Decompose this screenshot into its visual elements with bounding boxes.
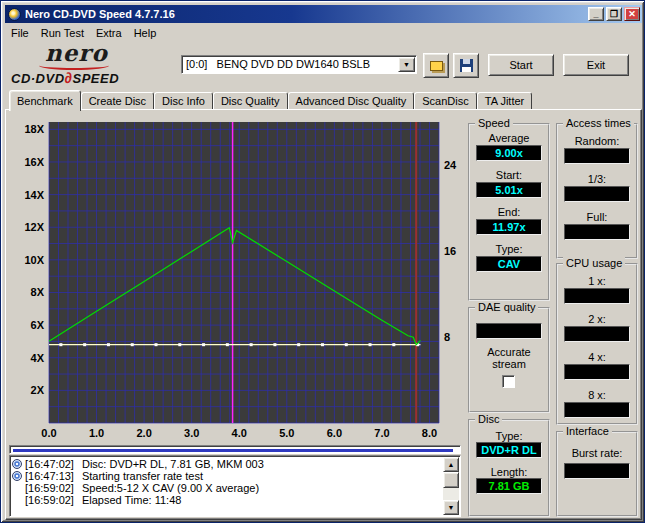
nero-logo-product: CD·DVD∂SPEED <box>11 69 119 86</box>
svg-text:2X: 2X <box>31 384 45 396</box>
disc-panel: Disc Type: DVD+R DL Length: 7.81 GB <box>468 419 550 517</box>
disc-type-label: Type: <box>470 430 548 442</box>
svg-text:4.0: 4.0 <box>232 427 247 439</box>
cpu-8x-label: 8 x: <box>558 389 636 401</box>
svg-text:8X: 8X <box>31 286 45 298</box>
tab-ta-jitter[interactable]: TA Jitter <box>477 92 533 109</box>
log-entry: [16:47:02] Disc: DVD+R DL, 7.81 GB, MKM … <box>12 458 460 470</box>
drive-select[interactable]: [0:0] BENQ DVD DD DW1640 BSLB ▼ <box>181 55 417 74</box>
svg-text:1.0: 1.0 <box>89 427 104 439</box>
cpu-1x-display <box>564 288 630 304</box>
svg-text:0.0: 0.0 <box>41 427 56 439</box>
scrollbar-thumb[interactable] <box>443 472 459 488</box>
svg-text:6.0: 6.0 <box>327 427 342 439</box>
log-entry: [16:59:02] Elapsed Time: 11:48 <box>12 494 460 506</box>
svg-text:6X: 6X <box>31 319 45 331</box>
benchmark-chart: 18X16X14X12X10X8X6X4X2X241680.01.02.03.0… <box>11 115 463 441</box>
start-button[interactable]: Start <box>488 54 554 76</box>
scroll-down-icon[interactable]: ▼ <box>443 500 459 515</box>
chevron-down-icon[interactable]: ▼ <box>398 57 415 72</box>
eject-tray-button[interactable] <box>423 53 449 78</box>
scroll-up-icon[interactable]: ▲ <box>443 457 459 472</box>
full-label: Full: <box>558 211 636 223</box>
minimize-button[interactable]: _ <box>588 7 604 21</box>
access-times-panel: Access times Random: 1/3: Full: <box>556 123 638 259</box>
disc-icon <box>12 471 22 481</box>
log-entry: [16:59:02] Speed:5-12 X CAV (9.00 X aver… <box>12 482 460 494</box>
svg-text:18X: 18X <box>24 123 44 135</box>
end-speed-display: 11.97x <box>476 219 542 235</box>
logo-speed-text: SPEED <box>72 71 119 86</box>
maximize-button[interactable]: ❐ <box>606 7 622 21</box>
app-icon <box>8 8 21 21</box>
dae-quality-panel: DAE quality Accurate stream <box>468 307 550 413</box>
burst-rate-label: Burst rate: <box>558 447 636 459</box>
tab-disc-info[interactable]: Disc Info <box>154 92 213 109</box>
log-scrollbar[interactable]: ▲ ▼ <box>443 457 459 515</box>
progress-bar-fill <box>13 449 453 452</box>
dae-quality-title: DAE quality <box>475 301 538 314</box>
svg-text:3.0: 3.0 <box>184 427 199 439</box>
random-label: Random: <box>558 135 636 147</box>
burst-rate-display <box>564 463 630 479</box>
disc-icon <box>12 459 22 469</box>
logo-cddvd-text: CD·DVD <box>11 71 65 86</box>
cpu-8x-display <box>564 402 630 418</box>
svg-text:16: 16 <box>444 245 456 257</box>
end-label: End: <box>470 206 548 218</box>
floppy-disk-icon <box>460 59 473 72</box>
log-message: Speed:5-12 X CAV (9.00 X average) <box>82 482 259 494</box>
disc-type-display: DVD+R DL <box>476 442 542 458</box>
save-button[interactable] <box>453 53 479 78</box>
cpu-2x-label: 2 x: <box>558 313 636 325</box>
speed-panel-title: Speed <box>475 117 513 130</box>
menu-help[interactable]: Help <box>128 26 163 40</box>
tab-scandisc[interactable]: ScanDisc <box>414 92 476 109</box>
close-button[interactable]: ✕ <box>624 7 640 21</box>
window-title: Nero CD-DVD Speed 4.7.7.16 <box>25 5 586 23</box>
random-access-display <box>564 148 630 164</box>
type-label: Type: <box>470 243 548 255</box>
svg-text:10X: 10X <box>24 254 44 266</box>
exit-button[interactable]: Exit <box>563 54 629 76</box>
menu-file[interactable]: File <box>5 26 35 40</box>
cpu-1x-label: 1 x: <box>558 275 636 287</box>
svg-text:16X: 16X <box>24 156 44 168</box>
tab-create-disc[interactable]: Create Disc <box>81 92 154 109</box>
tab-advanced-disc-quality[interactable]: Advanced Disc Quality <box>288 92 415 109</box>
start-label: Start: <box>470 169 548 181</box>
log-timestamp: [16:59:02] <box>25 482 74 494</box>
log-message: Starting transfer rate test <box>82 470 203 482</box>
log-timestamp: [16:59:02] <box>25 494 74 506</box>
accurate-stream-checkbox[interactable] <box>502 375 515 388</box>
interface-panel-title: Interface <box>563 425 612 438</box>
tab-disc-quality[interactable]: Disc Quality <box>213 92 288 109</box>
tab-benchmark[interactable]: Benchmark <box>9 90 81 111</box>
menu-run-test[interactable]: Run Test <box>35 26 90 40</box>
cpu-usage-panel: CPU usage 1 x: 2 x: 4 x: 8 x: <box>556 263 638 425</box>
log-list: [16:47:02] Disc: DVD+R DL, 7.81 GB, MKM … <box>9 455 461 517</box>
menu-extra[interactable]: Extra <box>90 26 128 40</box>
svg-text:8.0: 8.0 <box>422 427 437 439</box>
log-timestamp: [16:47:13] <box>25 470 74 482</box>
speed-panel: Speed Average 9.00x Start: 5.01x End: 11… <box>468 123 550 301</box>
svg-text:4X: 4X <box>31 352 45 364</box>
title-bar[interactable]: Nero CD-DVD Speed 4.7.7.16 _ ❐ ✕ <box>5 5 642 23</box>
access-times-title: Access times <box>563 117 634 130</box>
log-timestamp: [16:47:02] <box>25 458 74 470</box>
log-message: Disc: DVD+R DL, 7.81 GB, MKM 003 <box>82 458 264 470</box>
app-window: Nero CD-DVD Speed 4.7.7.16 _ ❐ ✕ File Ru… <box>0 0 645 523</box>
cpu-2x-display <box>564 326 630 342</box>
drive-select-value: [0:0] BENQ DVD DD DW1640 BSLB <box>186 58 370 70</box>
disc-panel-title: Disc <box>475 413 502 426</box>
disc-length-label: Length: <box>470 466 548 478</box>
average-speed-display: 9.00x <box>476 145 542 161</box>
progress-bar <box>9 445 461 454</box>
speed-type-display: CAV <box>476 256 542 272</box>
cpu-4x-display <box>564 364 630 380</box>
svg-text:12X: 12X <box>24 221 44 233</box>
full-access-display <box>564 224 630 240</box>
svg-text:5.0: 5.0 <box>279 427 294 439</box>
accurate-stream-label-line1: Accurate <box>470 346 548 358</box>
svg-text:24: 24 <box>444 159 457 171</box>
